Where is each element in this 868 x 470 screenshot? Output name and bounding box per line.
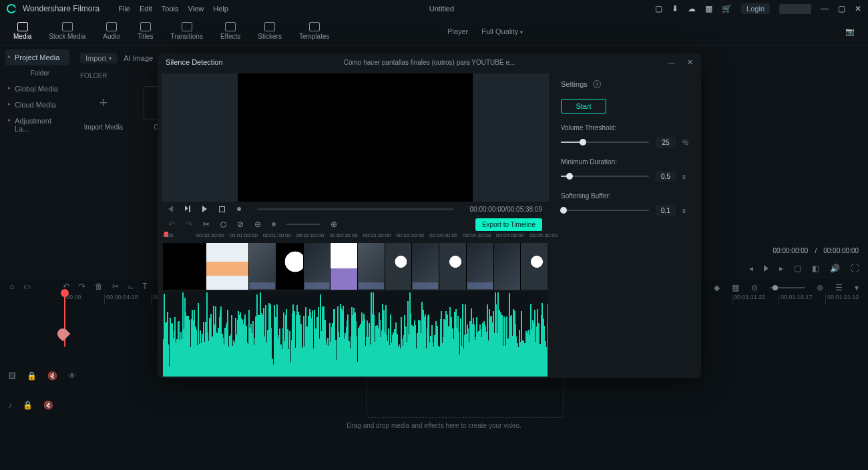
cart-icon[interactable]: 🛒 [722,4,732,13]
tab-media[interactable]: Media [13,22,31,40]
dialog-title: Silence Detection [166,58,223,66]
transport-bar: 00:00:00:00/00:05:38:09 [162,202,549,216]
screen-icon[interactable]: ▢ [655,4,662,13]
mute-icon[interactable]: 🔇 [43,401,53,410]
drop-hint: Drag and drop media and effects here to … [347,422,521,429]
player-quality[interactable]: Full Quality ▾ [481,27,523,35]
grid-icon[interactable]: ▦ [732,283,739,292]
split-icon[interactable]: ✂ [112,282,119,291]
dlg-redo-icon[interactable]: ↷ [186,220,192,229]
sidebar-adjustment-layer[interactable]: Adjustment La... [5,113,69,137]
apps-icon[interactable]: ▦ [705,4,712,13]
dlg-restore-icon[interactable]: ⊘ [237,220,244,229]
dlg-cut-icon[interactable]: ✂ [203,220,210,229]
zoom-slider[interactable] [770,287,805,288]
sidebar-folder[interactable]: Folder [5,65,69,81]
marker-icon[interactable]: ◆ [714,283,720,292]
seek-bar[interactable] [257,208,454,210]
minimum-duration-value[interactable]: 0.5 [656,171,676,182]
dlg-circle-icon[interactable] [220,222,226,228]
dlg-zoom-out-icon[interactable]: ⊖ [254,220,261,229]
zoom-in-icon[interactable]: ⊕ [817,283,823,292]
magnet-icon[interactable]: ⌂ [9,282,14,291]
sd-thumbnail-track[interactable] [163,243,548,290]
dialog-close[interactable]: ✕ [687,58,693,67]
lock-icon[interactable]: 🔒 [27,371,37,381]
dlg-zoom-in-icon[interactable]: ⊕ [331,220,337,229]
menu-tools[interactable]: Tools [162,5,179,13]
sidebar-cloud-media[interactable]: Cloud Media [5,97,69,113]
export-to-timeline-button[interactable]: Export to Timeline [475,218,542,231]
dialog-settings-panel: Settings ? Start Volume Threshold: 25 % … [553,71,701,378]
layout-icon[interactable]: ☰ [835,283,843,292]
volume-threshold-value[interactable]: 25 [656,137,676,148]
monitor-icon[interactable]: ▢ [794,264,801,273]
crop-icon[interactable]: ⎁ [128,282,133,291]
record-dot[interactable] [237,207,241,211]
sd-waveform[interactable] [163,291,548,377]
menu-help[interactable]: Help [213,5,228,13]
menu-view[interactable]: View [188,5,204,13]
image-track-icon[interactable]: 🖼 [8,371,16,381]
settings-info-icon[interactable]: ? [593,80,601,88]
select-icon[interactable]: ▭ [23,282,31,291]
import-dropdown[interactable]: Import ▾ [80,53,117,63]
tab-audio[interactable]: Audio [103,22,120,40]
prev-marker-icon[interactable]: ◂ [749,264,753,273]
delete-icon[interactable]: 🗑 [95,282,103,291]
volume-threshold-slider[interactable] [561,142,649,143]
window-maximize[interactable]: ▢ [838,4,845,13]
app-logo [7,4,16,13]
transport-time: 00:00:00:00/00:05:38:09 [470,206,542,213]
tab-stock-media[interactable]: Stock Media [49,22,85,40]
account-pill[interactable] [779,4,811,14]
settings-label: Settings [561,80,588,88]
sidebar: Project Media Folder Global Media Cloud … [0,45,75,272]
softening-buffer-value[interactable]: 0.1 [656,205,676,216]
menu-file[interactable]: File [118,5,130,13]
dialog-minimize[interactable]: — [668,58,675,67]
import-media-card[interactable]: + Import Media [80,86,127,137]
stop-button[interactable] [219,206,225,212]
zoom-out-icon[interactable]: ⊖ [751,283,758,292]
chevron-down-icon[interactable]: ▾ [855,283,859,292]
dlg-undo-icon[interactable]: ↶ [168,220,175,229]
sidebar-project-media[interactable]: Project Media [5,49,69,65]
volume-icon[interactable]: 🔊 [830,264,840,273]
start-button[interactable]: Start [561,99,606,113]
play-next-icon[interactable] [185,206,190,212]
download-icon[interactable]: ⬇ [672,4,678,13]
document-title: Untitled [228,5,655,13]
softening-buffer-slider[interactable] [561,210,649,211]
mute-icon[interactable]: 🔇 [47,371,57,381]
menu-edit[interactable]: Edit [140,5,152,13]
text-icon[interactable]: T [142,282,147,291]
redo-icon[interactable]: ↷ [79,282,85,291]
login-button[interactable]: Login [741,3,770,14]
sd-ruler[interactable]: 0:00 00:00:30:00 00:01:00:00 00:01:30:00… [163,232,548,243]
tab-templates[interactable]: Templates [299,22,330,40]
render-icon[interactable]: ◧ [812,264,819,273]
prev-frame-icon[interactable] [168,206,173,212]
dlg-zoom-slider[interactable] [286,224,320,225]
play-button[interactable] [202,206,207,212]
track-header-icons: 🖼🔒🔇👁 ♪🔒🔇 [8,371,61,470]
window-close[interactable]: ✕ [855,4,861,13]
tab-stickers[interactable]: Stickers [258,22,282,40]
dialog-preview-column: 00:00:00:00/00:05:38:09 ↶ ↷ ✂ ⊘ ⊖ ⊕ Expo… [158,71,553,378]
tab-transitions[interactable]: Transitions [170,22,203,40]
window-minimize[interactable]: — [821,4,829,13]
next-marker-icon[interactable]: ▸ [779,264,783,273]
eye-icon[interactable]: 👁 [68,371,76,381]
sidebar-global-media[interactable]: Global Media [5,81,69,97]
play-icon[interactable] [764,265,769,272]
snapshot-icon[interactable]: 📷 [845,27,855,36]
tab-titles[interactable]: Titles [138,22,154,40]
ai-image-button[interactable]: AI Image [124,54,153,62]
fullscreen-icon[interactable]: ⛶ [851,264,859,273]
tab-effects[interactable]: Effects [220,22,240,40]
lock-icon[interactable]: 🔒 [23,401,33,410]
cloud-icon[interactable]: ☁ [688,4,696,13]
audio-track-icon[interactable]: ♪ [8,401,12,410]
minimum-duration-slider[interactable] [561,176,649,177]
